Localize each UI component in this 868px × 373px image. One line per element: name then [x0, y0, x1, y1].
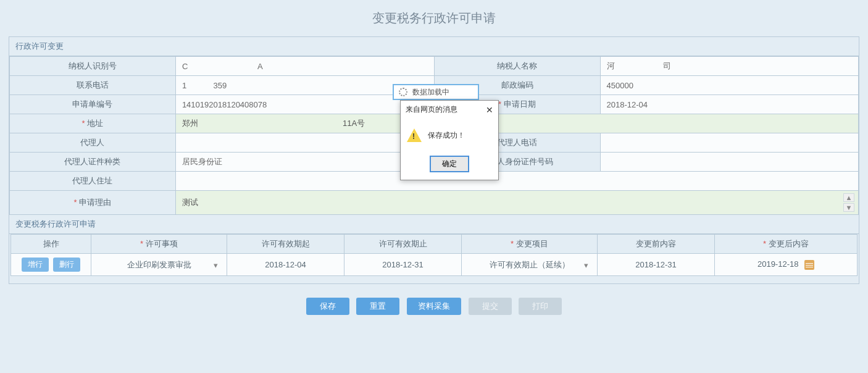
reason-label-text: 申请理由 [79, 198, 111, 207]
grid-header-before: 变更前内容 [598, 235, 715, 254]
grid-table: 操作 *许可事项 许可有效期起 许可有效期止 *变更项目 变更前内容 *变更后内… [10, 234, 858, 276]
address-label-text: 地址 [87, 119, 103, 128]
label-agent-id-type: 代理人证件种类 [10, 153, 176, 172]
label-taxpayer-id: 纳税人识别号 [10, 57, 176, 76]
value-taxpayer-id: CXXXXXXXXXXXXXA [175, 57, 434, 76]
matter-value: 企业印刷发票审批 [127, 260, 191, 269]
value-reason[interactable]: 测试 ▲ ▼ [175, 191, 858, 215]
add-row-button[interactable]: 增行 [22, 258, 49, 272]
label-app-no: 申请单编号 [10, 95, 176, 114]
modal-body: 保存成功！ [401, 119, 498, 152]
label-phone: 联系电话 [10, 76, 176, 95]
submit-button: 提交 [469, 298, 512, 315]
value-agent[interactable] [175, 133, 434, 153]
grid-header-matter: *许可事项 [91, 235, 227, 254]
page-title: 变更税务行政许可申请 [0, 0, 868, 36]
warning-icon [407, 128, 422, 142]
taxpayer-name-prefix: 河 [607, 61, 615, 70]
grid-header-after: *变更后内容 [715, 235, 858, 254]
footer-buttons: 保存 重置 资料采集 提交 打印 [0, 284, 868, 329]
chevron-down-icon: ▾ [584, 260, 588, 269]
phone-prefix: 1 [182, 81, 186, 90]
modal-body-text: 保存成功！ [428, 130, 465, 141]
grid-cell-after[interactable]: 2019-12-18 [715, 254, 858, 276]
value-postcode: 450000 [600, 76, 859, 95]
modal-footer: 确定 [401, 152, 498, 180]
grid-header-op: 操作 [11, 235, 91, 254]
chevron-down-icon: ▾ [214, 260, 218, 269]
after-value: 2019-12-18 [757, 259, 799, 269]
value-agent-phone[interactable] [600, 133, 859, 153]
spinner-icon [399, 88, 407, 96]
section-header-change: 行政许可变更 [9, 37, 859, 56]
label-agent: 代理人 [10, 133, 176, 153]
grid-cell-matter[interactable]: 企业印刷发票审批 ▾ [91, 254, 227, 276]
label-reason: *申请理由 [10, 191, 176, 215]
grid-header-matter-text: 许可事项 [146, 239, 178, 248]
value-app-date: 2018-12-04 [600, 95, 859, 114]
value-agent-id-type[interactable]: 居民身份证 [175, 153, 434, 172]
section-header-apply: 变更税务行政许可申请 [9, 215, 859, 234]
grid-cell-end: 2018-12-31 [344, 254, 462, 276]
modal-title-text: 来自网页的消息 [406, 104, 457, 115]
grid-header-change-item-text: 变更项目 [516, 239, 548, 248]
grid-header-after-text: 变更后内容 [769, 239, 809, 248]
label-taxpayer-name: 纳税人名称 [434, 57, 600, 76]
value-agent-addr[interactable] [175, 172, 858, 191]
grid-header-start: 许可有效期起 [227, 235, 344, 254]
value-agent-id-no[interactable] [600, 153, 859, 172]
alert-modal: 来自网页的消息 ✕ 保存成功！ 确定 [400, 100, 499, 180]
table-row: 增行 删行 企业印刷发票审批 ▾ 2018-12-04 2018-12-31 许… [11, 254, 858, 276]
reset-button[interactable]: 重置 [356, 298, 399, 315]
taxpayer-id-prefix: C [182, 62, 188, 71]
save-button[interactable]: 保存 [306, 298, 349, 315]
reason-text: 测试 [182, 195, 852, 211]
label-agent-addr: 代理人住址 [10, 172, 176, 191]
label-address: *地址 [10, 114, 176, 133]
grid-header-change-item: *变更项目 [462, 235, 598, 254]
grid-cell-start: 2018-12-04 [227, 254, 344, 276]
address-suffix: 11A号 [343, 119, 365, 128]
grid-cell-change-item[interactable]: 许可有效期止（延续） ▾ [462, 254, 598, 276]
change-item-value: 许可有效期止（延续） [490, 260, 570, 269]
print-button: 打印 [519, 298, 562, 315]
value-taxpayer-name: 河XXXXXXXXX司 [600, 57, 859, 76]
modal-titlebar: 来自网页的消息 ✕ [401, 101, 498, 119]
ok-button[interactable]: 确定 [430, 156, 469, 172]
close-icon[interactable]: ✕ [486, 105, 493, 115]
scroll-up-icon[interactable]: ▲ [843, 193, 854, 202]
grid-cell-before: 2018-12-31 [598, 254, 715, 276]
taxpayer-name-suffix: 司 [663, 61, 671, 70]
taxpayer-id-suffix: A [257, 62, 263, 71]
material-button[interactable]: 资料采集 [407, 298, 461, 315]
calendar-icon[interactable] [804, 260, 814, 270]
app-date-label-text: 申请日期 [504, 99, 536, 109]
grid-cell-op: 增行 删行 [11, 254, 91, 276]
loading-text: 数据加载中 [412, 87, 449, 98]
value-address[interactable]: 郑州XXXXXXXXXXXXXXXXXXXXXXXXXXX11A号 [175, 114, 858, 133]
grid-header-end: 许可有效期止 [344, 235, 462, 254]
loading-indicator: 数据加载中 [393, 84, 479, 100]
phone-suffix: 359 [213, 81, 227, 90]
scroll-down-icon[interactable]: ▼ [843, 203, 854, 212]
address-prefix: 郑州 [182, 119, 198, 128]
delete-row-button[interactable]: 删行 [53, 258, 80, 272]
